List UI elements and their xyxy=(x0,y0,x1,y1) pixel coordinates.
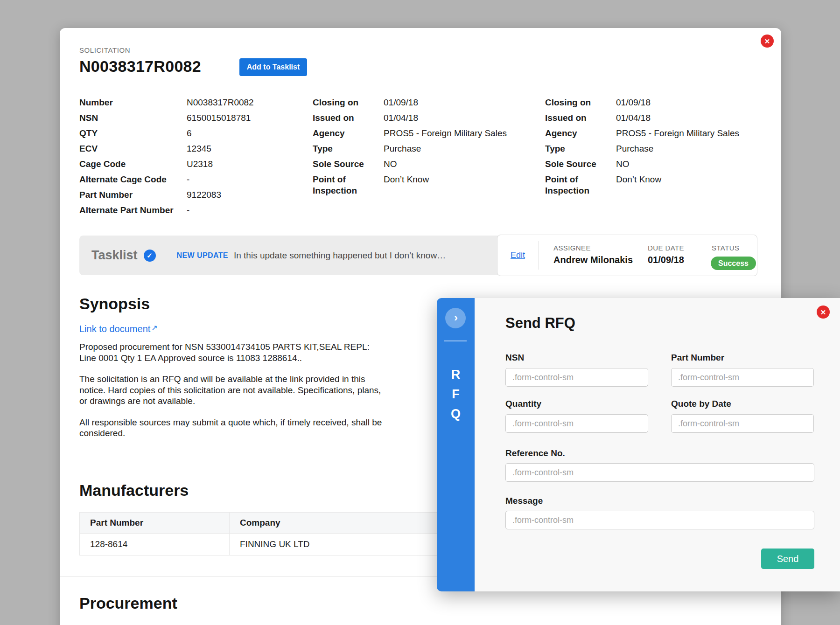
detail-value: Purchase xyxy=(384,143,421,154)
rfq-letter: Q xyxy=(451,407,461,420)
detail-row: ECV12345 xyxy=(79,143,254,154)
external-link-icon: ↗ xyxy=(151,324,157,332)
rfq-letter: R xyxy=(451,368,461,381)
solicitation-eyebrow: SOLICITATION xyxy=(79,46,130,54)
detail-row: TypePurchase xyxy=(313,143,507,154)
detail-label: Type xyxy=(545,143,616,154)
check-glyph: ✓ xyxy=(147,251,153,260)
detail-value: Don’t Know xyxy=(384,174,429,196)
detail-value: 6150015018781 xyxy=(187,112,251,124)
details-column-middle: Closing on01/09/18 Issued on01/04/18 Age… xyxy=(313,97,507,201)
send-button[interactable]: Send xyxy=(761,549,814,569)
detail-label: Number xyxy=(79,97,187,108)
detail-label: Closing on xyxy=(545,97,616,108)
detail-value: U2318 xyxy=(187,159,213,170)
detail-value: - xyxy=(187,205,189,216)
detail-row: NumberN0038317R0082 xyxy=(79,97,254,108)
reference-field[interactable] xyxy=(505,463,814,482)
detail-value: 01/04/18 xyxy=(384,112,418,124)
link-to-document-label: Link to document xyxy=(79,324,150,334)
reference-field-label: Reference No. xyxy=(505,448,565,458)
rfq-sidebar: › R F Q xyxy=(437,298,475,591)
part-number-field-label: Part Number xyxy=(671,353,724,363)
tasklist-title: Tasklist xyxy=(91,248,138,263)
synopsis-body: Proposed procurement for NSN 53300147341… xyxy=(79,341,406,449)
detail-value: 01/04/18 xyxy=(616,112,651,124)
detail-row: Point of InspectionDon’t Know xyxy=(313,174,507,196)
rfq-vertical-label: R F Q xyxy=(437,368,475,420)
detail-value: NO xyxy=(616,159,630,170)
detail-label: NSN xyxy=(79,112,187,124)
synopsis-paragraph: All responsible sources may submit a quo… xyxy=(79,417,406,439)
procurement-heading: Procurement xyxy=(79,594,177,612)
synopsis-paragraph: The solicitation is an RFQ and will be a… xyxy=(79,374,406,407)
edit-link[interactable]: Edit xyxy=(511,235,525,276)
detail-row: Alternate Cage Code- xyxy=(79,174,254,185)
detail-value: Don’t Know xyxy=(616,174,661,196)
detail-label: Cage Code xyxy=(79,159,187,170)
assignee-label: ASSIGNEE xyxy=(553,244,591,252)
detail-label: Alternate Part Number xyxy=(79,205,187,216)
details-column-left: NumberN0038317R0082 NSN6150015018781 QTY… xyxy=(79,97,254,220)
due-date-value: 01/09/18 xyxy=(648,255,684,265)
detail-row: Closing on01/09/18 xyxy=(545,97,739,108)
detail-label: Agency xyxy=(545,128,616,139)
detail-label: Sole Source xyxy=(313,159,384,170)
detail-value: 01/09/18 xyxy=(616,97,651,108)
detail-value: - xyxy=(187,174,189,185)
detail-row: Closing on01/09/18 xyxy=(313,97,507,108)
detail-row: AgencyPROS5 - Foreign Military Sales xyxy=(545,128,739,139)
detail-label: Part Number xyxy=(79,189,187,201)
tasklist-info-card: Edit ASSIGNEE Andrew Milonakis DUE DATE … xyxy=(497,235,757,276)
detail-value: N0038317R0082 xyxy=(187,97,254,108)
nsn-field[interactable] xyxy=(505,368,648,387)
close-icon[interactable]: ✕ xyxy=(817,306,830,319)
close-icon[interactable]: ✕ xyxy=(761,35,774,48)
detail-row: Cage CodeU2318 xyxy=(79,159,254,170)
column-header-part-number: Part Number xyxy=(80,513,230,534)
chevron-glyph: › xyxy=(454,312,458,323)
due-date-label: DUE DATE xyxy=(648,244,684,252)
sidebar-divider xyxy=(444,340,467,341)
detail-value: 12345 xyxy=(187,143,211,154)
detail-value: 6 xyxy=(187,128,192,139)
synopsis-paragraph: Proposed procurement for NSN 53300147341… xyxy=(79,341,406,363)
detail-label: Sole Source xyxy=(545,159,616,170)
detail-value: 01/09/18 xyxy=(384,97,418,108)
message-field[interactable] xyxy=(505,511,814,529)
quantity-field[interactable] xyxy=(505,414,648,433)
page-title: N0038317R0082 xyxy=(79,57,201,76)
quantity-field-label: Quantity xyxy=(505,399,541,409)
detail-value: PROS5 - Foreign Military Sales xyxy=(616,128,739,139)
detail-label: Point of Inspection xyxy=(545,174,616,196)
detail-row: Point of InspectionDon’t Know xyxy=(545,174,739,196)
quote-by-date-field[interactable] xyxy=(671,414,814,433)
close-glyph: ✕ xyxy=(764,38,770,45)
link-to-document[interactable]: Link to document↗ xyxy=(79,324,158,334)
manufacturers-heading: Manufacturers xyxy=(79,481,189,500)
detail-value: Purchase xyxy=(616,143,653,154)
status-badge: Success xyxy=(711,257,756,270)
detail-label: Alternate Cage Code xyxy=(79,174,187,185)
detail-label: QTY xyxy=(79,128,187,139)
chevron-right-icon[interactable]: › xyxy=(445,308,466,328)
detail-row: Part Number9122083 xyxy=(79,189,254,201)
detail-row: AgencyPROS5 - Foreign Military Sales xyxy=(313,128,507,139)
cell-part-number: 128-8614 xyxy=(80,534,230,556)
detail-row: QTY6 xyxy=(79,128,254,139)
check-icon: ✓ xyxy=(144,250,156,262)
part-number-field[interactable] xyxy=(671,368,814,387)
close-glyph: ✕ xyxy=(820,309,826,316)
detail-label: Closing on xyxy=(313,97,384,108)
synopsis-heading: Synopsis xyxy=(79,295,150,313)
add-to-tasklist-button[interactable]: Add to Tasklist xyxy=(239,58,307,76)
detail-label: Agency xyxy=(313,128,384,139)
page: ✕ SOLICITATION N0038317R0082 Add to Task… xyxy=(0,0,840,625)
detail-value: NO xyxy=(384,159,397,170)
detail-label: Type xyxy=(313,143,384,154)
new-update-label: NEW UPDATE xyxy=(177,251,228,260)
assignee-value: Andrew Milonakis xyxy=(553,255,633,265)
nsn-field-label: NSN xyxy=(505,353,524,363)
detail-label: Issued on xyxy=(313,112,384,124)
status-label: STATUS xyxy=(712,244,739,252)
